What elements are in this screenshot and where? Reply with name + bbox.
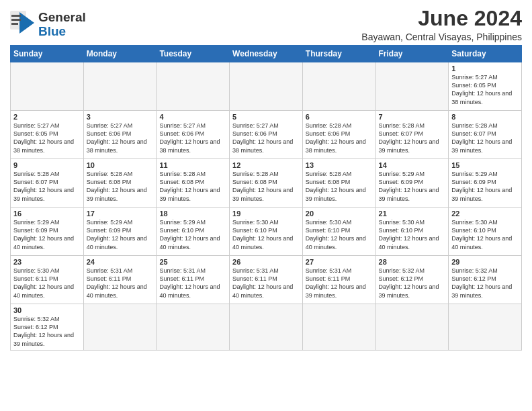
svg-rect-4 xyxy=(11,23,18,25)
cell-info: Sunrise: 5:31 AM Sunset: 6:11 PM Dayligh… xyxy=(232,267,300,300)
weekday-header-sunday: Sunday xyxy=(11,46,84,62)
calendar-cell: 7Sunrise: 5:28 AM Sunset: 6:07 PM Daylig… xyxy=(375,111,449,159)
day-number: 16 xyxy=(13,210,81,218)
calendar-cell xyxy=(375,62,449,111)
calendar-cell xyxy=(157,62,230,111)
calendar-cell: 12Sunrise: 5:28 AM Sunset: 6:08 PM Dayli… xyxy=(230,159,303,208)
calendar-row-0: 1Sunrise: 5:27 AM Sunset: 6:05 PM Daylig… xyxy=(11,62,522,111)
calendar-cell xyxy=(449,304,522,351)
calendar-row-1: 2Sunrise: 5:27 AM Sunset: 6:05 PM Daylig… xyxy=(11,111,522,159)
cell-info: Sunrise: 5:28 AM Sunset: 6:08 PM Dayligh… xyxy=(87,170,154,203)
calendar-cell xyxy=(230,304,303,351)
cell-info: Sunrise: 5:31 AM Sunset: 6:11 PM Dayligh… xyxy=(87,267,154,300)
calendar-cell: 27Sunrise: 5:31 AM Sunset: 6:11 PM Dayli… xyxy=(302,256,375,304)
cell-info: Sunrise: 5:27 AM Sunset: 6:05 PM Dayligh… xyxy=(451,73,519,106)
calendar-row-4: 23Sunrise: 5:30 AM Sunset: 6:11 PM Dayli… xyxy=(11,256,522,304)
calendar-cell: 8Sunrise: 5:28 AM Sunset: 6:07 PM Daylig… xyxy=(449,111,522,159)
calendar-cell: 9Sunrise: 5:28 AM Sunset: 6:07 PM Daylig… xyxy=(11,159,84,208)
calendar-cell xyxy=(230,62,303,111)
cell-info: Sunrise: 5:29 AM Sunset: 6:09 PM Dayligh… xyxy=(379,170,446,203)
day-number: 24 xyxy=(87,258,154,266)
calendar-cell: 4Sunrise: 5:27 AM Sunset: 6:06 PM Daylig… xyxy=(157,111,230,159)
logo-icon xyxy=(10,11,36,36)
cell-info: Sunrise: 5:27 AM Sunset: 6:05 PM Dayligh… xyxy=(13,122,81,154)
day-number: 3 xyxy=(87,113,154,121)
calendar-cell: 26Sunrise: 5:31 AM Sunset: 6:11 PM Dayli… xyxy=(230,256,303,304)
logo-text-general: General xyxy=(38,11,86,25)
calendar-cell: 23Sunrise: 5:30 AM Sunset: 6:11 PM Dayli… xyxy=(11,256,84,304)
cell-info: Sunrise: 5:28 AM Sunset: 6:08 PM Dayligh… xyxy=(159,170,226,203)
cell-info: Sunrise: 5:28 AM Sunset: 6:07 PM Dayligh… xyxy=(451,122,519,154)
calendar-cell: 6Sunrise: 5:28 AM Sunset: 6:06 PM Daylig… xyxy=(302,111,375,159)
calendar-cell: 2Sunrise: 5:27 AM Sunset: 6:05 PM Daylig… xyxy=(11,111,84,159)
month-title: June 2024 xyxy=(361,7,522,30)
calendar-table: SundayMondayTuesdayWednesdayThursdayFrid… xyxy=(10,45,522,351)
subtitle: Bayawan, Central Visayas, Philippines xyxy=(361,32,522,42)
cell-info: Sunrise: 5:28 AM Sunset: 6:08 PM Dayligh… xyxy=(232,170,300,203)
cell-info: Sunrise: 5:32 AM Sunset: 6:12 PM Dayligh… xyxy=(13,315,81,348)
cell-info: Sunrise: 5:27 AM Sunset: 6:06 PM Dayligh… xyxy=(232,122,300,154)
logo-text-blue: Blue xyxy=(38,25,86,39)
calendar-cell xyxy=(302,62,375,111)
cell-info: Sunrise: 5:32 AM Sunset: 6:12 PM Dayligh… xyxy=(451,267,519,300)
calendar-row-5: 30Sunrise: 5:32 AM Sunset: 6:12 PM Dayli… xyxy=(11,304,522,351)
calendar-cell: 24Sunrise: 5:31 AM Sunset: 6:11 PM Dayli… xyxy=(83,256,157,304)
cell-info: Sunrise: 5:28 AM Sunset: 6:07 PM Dayligh… xyxy=(13,170,81,203)
calendar-cell: 5Sunrise: 5:27 AM Sunset: 6:06 PM Daylig… xyxy=(230,111,303,159)
cell-info: Sunrise: 5:27 AM Sunset: 6:06 PM Dayligh… xyxy=(159,122,226,154)
cell-info: Sunrise: 5:30 AM Sunset: 6:10 PM Dayligh… xyxy=(306,218,373,251)
weekday-header-friday: Friday xyxy=(375,46,449,62)
cell-info: Sunrise: 5:30 AM Sunset: 6:10 PM Dayligh… xyxy=(379,218,446,251)
svg-marker-1 xyxy=(19,12,34,34)
cell-info: Sunrise: 5:30 AM Sunset: 6:11 PM Dayligh… xyxy=(13,267,81,300)
calendar-cell xyxy=(157,304,230,351)
calendar-cell xyxy=(302,304,375,351)
day-number: 10 xyxy=(87,161,154,169)
day-number: 5 xyxy=(232,113,300,121)
day-number: 6 xyxy=(306,113,373,121)
calendar-cell: 30Sunrise: 5:32 AM Sunset: 6:12 PM Dayli… xyxy=(11,304,84,351)
day-number: 1 xyxy=(451,64,519,73)
day-number: 17 xyxy=(87,210,154,218)
calendar-cell: 10Sunrise: 5:28 AM Sunset: 6:08 PM Dayli… xyxy=(83,159,157,208)
cell-info: Sunrise: 5:32 AM Sunset: 6:12 PM Dayligh… xyxy=(379,267,446,300)
day-number: 9 xyxy=(13,161,81,169)
calendar-cell: 21Sunrise: 5:30 AM Sunset: 6:10 PM Dayli… xyxy=(375,208,449,256)
calendar-cell xyxy=(83,62,157,111)
calendar-cell: 13Sunrise: 5:28 AM Sunset: 6:08 PM Dayli… xyxy=(302,159,375,208)
cell-info: Sunrise: 5:27 AM Sunset: 6:06 PM Dayligh… xyxy=(87,122,154,154)
day-number: 7 xyxy=(379,113,446,121)
calendar-cell xyxy=(11,62,84,111)
day-number: 29 xyxy=(451,258,519,266)
calendar-cell: 11Sunrise: 5:28 AM Sunset: 6:08 PM Dayli… xyxy=(157,159,230,208)
day-number: 27 xyxy=(306,258,373,266)
weekday-header-monday: Monday xyxy=(83,46,157,62)
calendar-cell: 25Sunrise: 5:31 AM Sunset: 6:11 PM Dayli… xyxy=(157,256,230,304)
calendar-cell: 22Sunrise: 5:30 AM Sunset: 6:10 PM Dayli… xyxy=(449,208,522,256)
calendar-cell: 20Sunrise: 5:30 AM Sunset: 6:10 PM Dayli… xyxy=(302,208,375,256)
cell-info: Sunrise: 5:28 AM Sunset: 6:06 PM Dayligh… xyxy=(306,122,373,154)
day-number: 2 xyxy=(13,113,81,121)
header: General Blue June 2024 Bayawan, Central … xyxy=(10,7,522,42)
cell-info: Sunrise: 5:28 AM Sunset: 6:08 PM Dayligh… xyxy=(306,170,373,203)
day-number: 23 xyxy=(13,258,81,266)
day-number: 20 xyxy=(306,210,373,218)
calendar-cell: 3Sunrise: 5:27 AM Sunset: 6:06 PM Daylig… xyxy=(83,111,157,159)
cell-info: Sunrise: 5:30 AM Sunset: 6:10 PM Dayligh… xyxy=(232,218,300,251)
calendar-cell xyxy=(375,304,449,351)
calendar-cell: 15Sunrise: 5:29 AM Sunset: 6:09 PM Dayli… xyxy=(449,159,522,208)
cell-info: Sunrise: 5:28 AM Sunset: 6:07 PM Dayligh… xyxy=(379,122,446,154)
calendar-cell: 19Sunrise: 5:30 AM Sunset: 6:10 PM Dayli… xyxy=(230,208,303,256)
cell-info: Sunrise: 5:29 AM Sunset: 6:10 PM Dayligh… xyxy=(159,218,226,251)
cell-info: Sunrise: 5:31 AM Sunset: 6:11 PM Dayligh… xyxy=(306,267,373,300)
weekday-header-row: SundayMondayTuesdayWednesdayThursdayFrid… xyxy=(11,46,522,62)
calendar-cell xyxy=(83,304,157,351)
calendar-cell: 17Sunrise: 5:29 AM Sunset: 6:09 PM Dayli… xyxy=(83,208,157,256)
cell-info: Sunrise: 5:29 AM Sunset: 6:09 PM Dayligh… xyxy=(87,218,154,251)
logo: General Blue xyxy=(10,11,86,39)
day-number: 11 xyxy=(159,161,226,169)
weekday-header-wednesday: Wednesday xyxy=(230,46,303,62)
svg-rect-3 xyxy=(11,19,21,21)
day-number: 22 xyxy=(451,210,519,218)
day-number: 28 xyxy=(379,258,446,266)
